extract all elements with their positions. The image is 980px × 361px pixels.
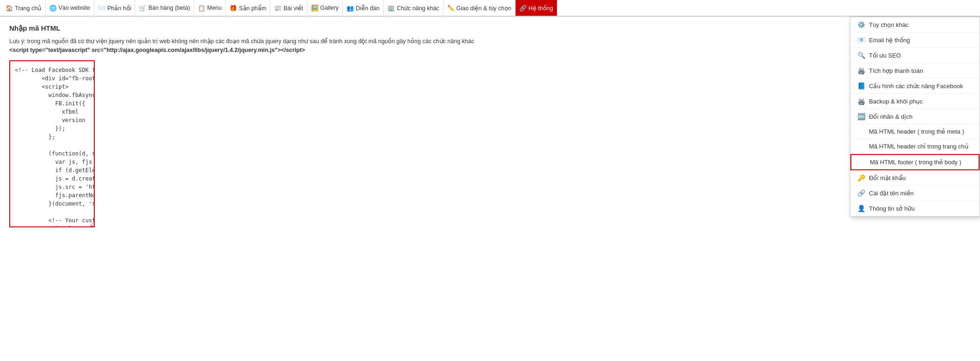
giao-dien-icon: ✏️ [447,5,455,12]
cau-hinh-facebook-icon: 📘 [857,82,865,90]
dropdown-item-cai-dat-ten-mien[interactable]: 🔗Cài đặt tên miền [850,186,980,201]
dropdown-item-ma-html-footer-body[interactable]: Mã HTML footer ( trong thẻ body ) [850,154,980,170]
he-thong-icon: 🔗 [519,5,527,12]
script-example: <script type="text/javascript" src="http… [9,47,305,53]
description-text: Lưu ý: trong mã nguồn đã có thư viện jqu… [9,38,474,45]
gallery-icon: 🖼️ [311,5,319,12]
nav-item-dien-dan[interactable]: 👥Diễn đàn [343,0,384,16]
nav-item-trang-chu[interactable]: 🏠Trang chủ [2,0,46,16]
email-he-thong-icon: 📧 [857,36,865,44]
nav-item-chuc-nang-khac[interactable]: 🏢Chức năng khác [384,0,443,16]
nav-item-giao-dien[interactable]: ✏️Giao diện & tùy chọn [444,0,516,16]
doi-nhan-dich-label: Đổi nhãn & dịch [869,113,973,120]
dropdown-menu: ⚙️Tùy chọn khác📧Email hệ thống🔍Tối ưu SE… [850,17,980,217]
ma-html-header-trang-chu-label: Mã HTML header chỉ trong trang chủ [869,143,973,150]
dien-dan-label: Diễn đàn [356,5,379,12]
phan-hoi-icon: ✉️ [98,5,105,12]
chuc-nang-khac-icon: 🏢 [387,5,395,12]
ban-hang-icon: 🛒 [139,5,146,12]
main-content: Nhập mã HTML Lưu ý: trong mã nguồn đã có… [0,17,553,236]
gallery-label: Gallery [320,5,339,11]
doi-mat-khau-label: Đổi mật khẩu [869,174,973,181]
doi-nhan-dich-icon: 🔤 [857,113,865,120]
dien-dan-icon: 👥 [346,5,354,12]
page-description: Lưu ý: trong mã nguồn đã có thư viện jqu… [9,37,543,55]
tich-hop-thanh-toan-icon: 🖨️ [857,67,865,74]
san-pham-icon: 🎁 [229,5,237,12]
dropdown-item-backup-khoi-phuc[interactable]: 🖨️Backup & khôi phục [850,94,980,109]
email-he-thong-label: Email hệ thống [869,37,973,44]
cau-hinh-facebook-label: Cấu hình các chức năng Facebook [869,83,973,90]
chuc-nang-khac-label: Chức năng khác [397,5,439,12]
ma-html-footer-body-label: Mã HTML footer ( trong thẻ body ) [870,159,972,166]
tuy-chon-khac-icon: ⚙️ [857,21,865,28]
nav-item-menu[interactable]: 📋Menu [194,0,226,16]
thong-tin-so-huu-label: Thông tin sở hữu [869,205,973,212]
giao-dien-label: Giao diện & tùy chọn [457,5,511,12]
trang-chu-label: Trang chủ [15,5,41,12]
dropdown-item-doi-nhan-dich[interactable]: 🔤Đổi nhãn & dịch [850,109,980,124]
dropdown-item-ma-html-header-trang-chu[interactable]: Mã HTML header chỉ trong trang chủ [850,139,980,154]
dropdown-item-thong-tin-so-huu[interactable]: 👤Thông tin sở hữu [850,201,980,216]
nav-item-gallery[interactable]: 🖼️Gallery [307,0,343,16]
thong-tin-so-huu-icon: 👤 [857,205,865,212]
bai-viet-label: Bài viết [283,5,303,12]
bai-viet-icon: 📰 [274,5,281,12]
cai-dat-ten-mien-label: Cài đặt tên miền [869,190,973,197]
tich-hop-thanh-toan-label: Tích hợp thanh toán [869,67,973,74]
trang-chu-icon: 🏠 [6,5,13,12]
ban-hang-label: Bán hàng (beta) [148,5,190,11]
toi-uu-seo-icon: 🔍 [857,52,865,59]
tuy-chon-khac-label: Tùy chọn khác [869,21,973,28]
phan-hoi-label: Phản hồi [107,5,131,12]
he-thong-label: Hệ thống [529,5,553,12]
nav-item-san-pham[interactable]: 🎁Sản phẩm [226,0,270,16]
page-title: Nhập mã HTML [9,24,543,32]
toi-uu-seo-label: Tối ưu SEO [869,52,973,59]
dropdown-item-cau-hinh-facebook[interactable]: 📘Cấu hình các chức năng Facebook [850,78,980,94]
dropdown-item-email-he-thong[interactable]: 📧Email hệ thống [850,32,980,48]
san-pham-label: Sản phẩm [239,5,266,12]
top-navigation: 🏠Trang chủ🌐Vào website✉️Phản hồi🛒Bán hàn… [0,0,980,17]
vao-website-icon: 🌐 [49,5,57,12]
code-editor[interactable] [9,60,95,227]
doi-mat-khau-icon: 🔑 [857,174,865,181]
dropdown-item-doi-mat-khau[interactable]: 🔑Đổi mật khẩu [850,170,980,186]
dropdown-item-toi-uu-seo[interactable]: 🔍Tối ưu SEO [850,48,980,63]
vao-website-label: Vào website [59,5,90,11]
cai-dat-ten-mien-icon: 🔗 [857,189,865,197]
dropdown-item-tuy-chon-khac[interactable]: ⚙️Tùy chọn khác [850,17,980,32]
backup-khoi-phuc-label: Backup & khôi phục [869,98,973,105]
nav-item-bai-viet[interactable]: 📰Bài viết [270,0,307,16]
nav-item-phan-hoi[interactable]: ✉️Phản hồi [94,0,135,16]
nav-item-vao-website[interactable]: 🌐Vào website [46,0,94,16]
backup-khoi-phuc-icon: 🖨️ [857,97,865,105]
dropdown-item-tich-hop-thanh-toan[interactable]: 🖨️Tích hợp thanh toán [850,63,980,78]
dropdown-item-ma-html-header-meta[interactable]: Mã HTML header ( trong thẻ meta ) [850,124,980,139]
menu-icon: 📋 [198,5,205,12]
menu-label: Menu [207,5,222,11]
nav-item-ban-hang[interactable]: 🛒Bán hàng (beta) [135,0,194,16]
ma-html-header-meta-label: Mã HTML header ( trong thẻ meta ) [869,128,973,135]
nav-item-he-thong[interactable]: 🔗Hệ thống [516,0,557,16]
